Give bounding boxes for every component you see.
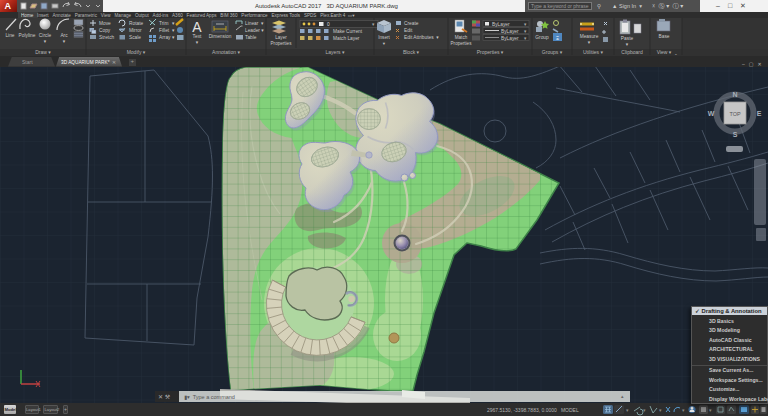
svg-text:▾: ▾	[44, 39, 47, 44]
svg-text:ByLayer: ByLayer	[492, 22, 510, 27]
svg-text:Polyline: Polyline	[19, 33, 36, 38]
svg-text:Insert: Insert	[378, 35, 390, 40]
svg-text:Stretch: Stretch	[99, 35, 115, 40]
svg-text:Clipboard: Clipboard	[621, 49, 643, 55]
svg-text:Move: Move	[99, 21, 111, 26]
svg-text:TOP: TOP	[729, 111, 741, 117]
svg-text:N: N	[732, 91, 737, 98]
svg-text:E: E	[757, 110, 762, 117]
svg-text:Layer: Layer	[275, 35, 287, 40]
svg-text:Fillet: Fillet	[159, 28, 170, 33]
svg-text:Rotate: Rotate	[129, 21, 143, 26]
svg-text:Groups ▾: Groups ▾	[542, 49, 563, 55]
svg-text:Measure: Measure	[580, 34, 599, 39]
svg-text:Trim: Trim	[159, 21, 168, 26]
svg-text:Text: Text	[193, 34, 202, 39]
svg-text:ByLayer: ByLayer	[501, 29, 519, 34]
svg-text:▾: ▾	[588, 40, 591, 45]
svg-text:Linear ▾: Linear ▾	[245, 21, 264, 26]
svg-text:▾: ▾	[626, 407, 629, 413]
svg-text:Properties: Properties	[451, 41, 473, 46]
svg-text:Table: Table	[245, 35, 257, 40]
svg-text:▾: ▾	[383, 41, 386, 46]
svg-text:Properties ▾: Properties ▾	[477, 49, 504, 55]
svg-text:▾: ▾	[682, 407, 685, 413]
svg-text:Match Layer: Match Layer	[333, 36, 360, 41]
svg-text:Properties: Properties	[271, 41, 293, 46]
svg-text:S: S	[733, 131, 738, 138]
svg-text:Scale: Scale	[129, 35, 141, 40]
svg-text:W: W	[708, 110, 715, 117]
svg-text:Copy: Copy	[99, 28, 111, 33]
svg-text:Edit: Edit	[404, 28, 413, 33]
svg-text:Arc: Arc	[60, 33, 68, 38]
svg-text:Dimension: Dimension	[209, 34, 232, 39]
svg-text:Circle: Circle	[39, 33, 52, 38]
svg-text:▾: ▾	[709, 407, 712, 413]
svg-text:▾: ▾	[659, 407, 662, 413]
svg-text:▾: ▾	[643, 407, 646, 413]
svg-text:0: 0	[327, 22, 330, 27]
svg-text:Create: Create	[404, 21, 419, 26]
svg-text:Group: Group	[535, 35, 549, 40]
svg-text:▾: ▾	[172, 28, 175, 33]
svg-text:Line: Line	[5, 33, 14, 38]
svg-text:▾: ▾	[172, 21, 175, 26]
svg-text:Match: Match	[455, 35, 468, 40]
svg-text:▾: ▾	[196, 40, 199, 45]
svg-text:▾: ▾	[63, 39, 66, 44]
svg-text:▾: ▾	[172, 35, 175, 40]
svg-text:View ▾: View ▾	[657, 49, 672, 55]
svg-text:Array: Array	[159, 35, 171, 40]
svg-text:▾: ▾	[626, 42, 629, 47]
svg-text:Utilities ▾: Utilities ▾	[583, 49, 604, 55]
svg-text:Annotation ▾: Annotation ▾	[212, 49, 240, 55]
svg-text:Ξ: Ξ	[556, 36, 559, 41]
svg-text:Edit Attributes ▾: Edit Attributes ▾	[404, 35, 439, 40]
svg-text:Modify ▾: Modify ▾	[127, 49, 146, 55]
svg-text:Layers ▾: Layers ▾	[326, 49, 345, 55]
svg-text:Make Current: Make Current	[333, 29, 363, 34]
svg-text:Mirror: Mirror	[129, 28, 142, 33]
svg-text:Leader ▾: Leader ▾	[245, 28, 264, 33]
svg-text:Block ▾: Block ▾	[403, 49, 420, 55]
svg-text:Base: Base	[659, 34, 670, 39]
svg-text:ByLayer: ByLayer	[501, 36, 519, 41]
svg-text:Draw ▾: Draw ▾	[35, 49, 51, 55]
svg-text:Paste: Paste	[621, 36, 634, 41]
svg-text:A: A	[192, 19, 202, 35]
